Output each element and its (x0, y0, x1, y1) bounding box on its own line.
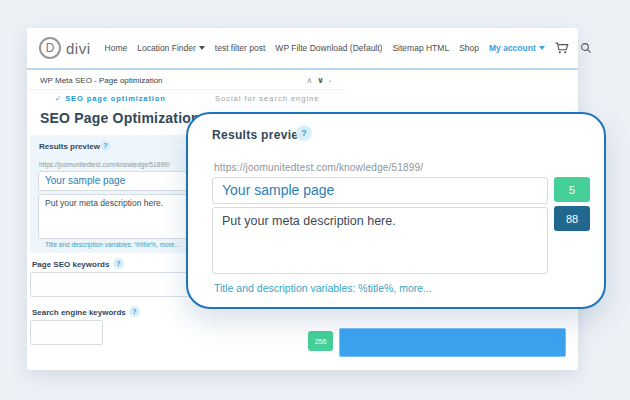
cart-icon[interactable] (555, 42, 569, 54)
results-preview-label: Results preview (212, 128, 308, 142)
variables-link[interactable]: Title and description variables: %title%… (214, 282, 432, 294)
page-seo-keywords-label: Page SEO keywords (32, 260, 109, 269)
divi-logo-icon: D (39, 37, 61, 59)
character-count-badge: 256 (308, 331, 333, 351)
tab-social-for-search-engine[interactable]: Social for search engine (215, 94, 319, 103)
meta-description-input[interactable]: Put your meta description here. (212, 207, 548, 274)
preview-url: https://joomunitedtest.com/knowledge/518… (214, 162, 423, 173)
help-icon[interactable]: ? (129, 306, 140, 317)
divi-logo-text: divi (66, 40, 91, 57)
meta-title-input[interactable]: Your sample page (212, 177, 548, 204)
nav-item-my-account[interactable]: My account (489, 43, 545, 53)
tab-label: SEO page optimization (65, 94, 166, 103)
nav-icons (555, 42, 592, 54)
search-engine-keywords-input[interactable] (30, 320, 103, 345)
metabox-title: WP Meta SEO - Page optimization (40, 76, 163, 85)
metabox-controls: ∧ ∨ ▪ (307, 76, 332, 85)
title-count-badge: 5 (554, 177, 590, 202)
nav-item-location-finder[interactable]: Location Finder (137, 43, 205, 53)
search-icon[interactable] (580, 42, 592, 54)
preview-url: https://joomunitedtest.com/knowledge/518… (39, 161, 169, 168)
help-icon[interactable]: ? (100, 140, 111, 151)
chevron-down-icon (539, 46, 545, 50)
tab-seo-page-optimization[interactable]: ✓ SEO page optimization (55, 94, 166, 103)
check-icon: ✓ (55, 94, 62, 103)
results-preview-callout: Results preview ? https://joomunitedtest… (186, 112, 606, 309)
nav-item-wp-file-download[interactable]: WP Filte Download (Default) (275, 43, 382, 53)
nav-item-shop[interactable]: Shop (459, 43, 479, 53)
nav-menu: Home Location Finder test filter post WP… (105, 43, 545, 53)
nav-item-home[interactable]: Home (105, 43, 128, 53)
nav-item-test-filter-post[interactable]: test filter post (215, 43, 266, 53)
toggle-panel-icon[interactable]: ∨ (317, 76, 324, 85)
chevron-down-icon (199, 46, 205, 50)
search-engine-keywords-label: Search engine keywords (32, 308, 126, 317)
top-navbar: D divi Home Location Finder test filter … (27, 28, 578, 70)
description-count-badge: 88 (554, 206, 590, 231)
help-icon[interactable]: ? (113, 258, 124, 269)
primary-action-button[interactable] (339, 328, 566, 357)
results-preview-label: Results preview (39, 142, 100, 151)
divi-logo[interactable]: D divi (39, 37, 91, 59)
move-up-icon[interactable]: ∧ (307, 76, 313, 85)
page-title: SEO Page Optimization (40, 110, 200, 126)
nav-item-sitemap-html[interactable]: Sitemap HTML (392, 43, 449, 53)
metabox-header: WP Meta SEO - Page optimization ∧ ∨ ▪ (27, 72, 345, 90)
variables-link[interactable]: Title and description variables: %title%… (45, 241, 180, 248)
drag-handle-icon[interactable]: ▪ (329, 78, 331, 84)
help-icon[interactable]: ? (296, 125, 312, 141)
